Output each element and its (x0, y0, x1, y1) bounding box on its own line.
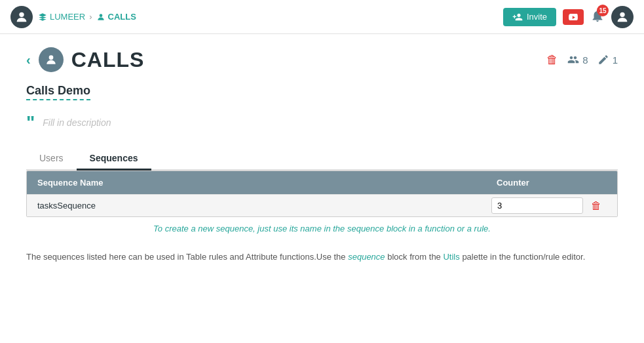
sequence-name-cell: tasksSequence (27, 195, 486, 216)
svg-point-3 (620, 12, 624, 16)
counter-input[interactable] (491, 197, 583, 214)
desc-italic: sequence (348, 252, 385, 262)
views-button[interactable]: 1 (597, 54, 618, 66)
members-count: 8 (582, 54, 588, 66)
sequences-table: Sequence Name Counter tasksSequence 🗑 (26, 171, 618, 217)
table-header: Sequence Name Counter (27, 171, 617, 194)
app-avatar (10, 6, 33, 28)
description-paragraph: The sequences listed here can be used in… (26, 251, 590, 264)
tabs-container: Users Sequences (26, 148, 618, 171)
desc-part3: palette in the function/rule editor. (462, 252, 585, 262)
members-button[interactable]: 8 (567, 54, 588, 66)
counter-cell: 🗑 (486, 195, 617, 216)
svg-point-0 (19, 12, 24, 16)
youtube-button[interactable] (563, 9, 584, 25)
trash-icon: 🗑 (546, 53, 558, 67)
page-title: CALLS (71, 48, 145, 72)
description-row: " Fill in description (26, 113, 618, 132)
main-content: ‹ CALLS 🗑 8 1 Calls Demo " Fill in descr… (0, 34, 644, 277)
top-navigation: LUMEER › CALLS Invite 15 (0, 0, 644, 34)
svg-point-1 (99, 14, 102, 17)
breadcrumb-calls[interactable]: CALLS (96, 12, 136, 22)
breadcrumb-separator: › (89, 12, 92, 22)
collection-icon (39, 47, 64, 72)
page-header: ‹ CALLS 🗑 8 1 (26, 47, 618, 72)
delete-row-button[interactable]: 🗑 (587, 199, 605, 213)
tab-sequences[interactable]: Sequences (77, 148, 151, 171)
description-placeholder[interactable]: Fill in description (43, 117, 111, 128)
tab-users[interactable]: Users (26, 148, 77, 171)
quote-icon: " (26, 113, 35, 132)
notifications-button[interactable]: 15 (590, 9, 605, 25)
header-left: ‹ CALLS (26, 47, 144, 72)
collection-name[interactable]: Calls Demo (26, 84, 90, 100)
invite-button[interactable]: Invite (503, 8, 556, 26)
header-right: 🗑 8 1 (546, 53, 618, 67)
back-arrow[interactable]: ‹ (26, 52, 31, 68)
utils-link[interactable]: Utils (443, 252, 459, 262)
notification-badge: 15 (597, 5, 609, 16)
col-counter: Counter (486, 171, 617, 194)
views-count: 1 (613, 54, 618, 66)
svg-point-4 (48, 55, 53, 60)
hint-text: To create a new sequence, just use its n… (26, 217, 618, 244)
delete-collection-button[interactable]: 🗑 (546, 53, 558, 67)
col-sequence-name: Sequence Name (27, 171, 486, 194)
table-row: tasksSequence 🗑 (27, 194, 617, 216)
nav-left: LUMEER › CALLS (10, 6, 136, 28)
breadcrumb: LUMEER › CALLS (38, 12, 136, 22)
nav-right: Invite 15 (503, 6, 634, 28)
user-avatar[interactable] (611, 6, 634, 28)
desc-part2: block from the (387, 252, 443, 262)
desc-part1: The sequences listed here can be used in… (26, 252, 348, 262)
breadcrumb-lumeer[interactable]: LUMEER (38, 12, 85, 22)
